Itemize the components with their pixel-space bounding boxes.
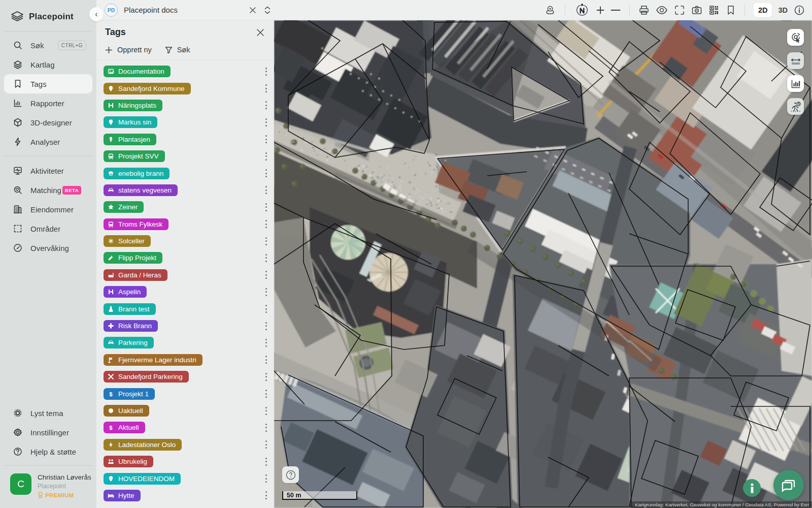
svg-text:$: $ [109,391,113,397]
svg-text:$: $ [109,425,113,431]
